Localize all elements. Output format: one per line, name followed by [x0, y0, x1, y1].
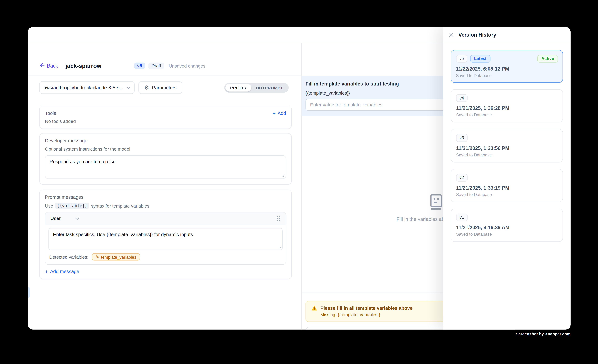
chevron-down-icon[interactable]	[75, 217, 80, 220]
version-storage: Saved to Database	[456, 232, 557, 237]
app-window: Back jack-sparrow v5 Draft Unsaved chang…	[28, 27, 571, 330]
plus-icon: +	[273, 111, 276, 116]
active-badge: Active	[538, 55, 558, 63]
variable-syntax-chip: {{variable}}	[55, 203, 89, 209]
version-number-badge: v4	[456, 94, 467, 102]
use-suffix: syntax for template variables	[91, 203, 149, 208]
detected-variable-chip[interactable]: ✎ template_variables	[92, 253, 140, 260]
version-storage: Saved to Database	[456, 192, 557, 197]
back-button[interactable]: Back	[39, 63, 58, 69]
prompt-message-block: User	[45, 212, 286, 265]
back-label: Back	[47, 63, 58, 69]
version-timestamp: 11/21/2025, 1:33:56 PM	[456, 145, 557, 151]
close-button[interactable]	[449, 33, 454, 37]
version-number-badge: v5	[456, 55, 467, 63]
version-card-v4[interactable]: v4 11/21/2025, 1:36:28 PM Saved to Datab…	[451, 89, 563, 123]
prompt-messages-subtitle: Use {{variable}} syntax for template var…	[45, 203, 286, 209]
back-arrow-icon	[39, 63, 45, 69]
warning-title: Please fill in all template variables ab…	[320, 305, 413, 311]
version-number-badge: v2	[456, 174, 467, 182]
tools-title: Tools	[45, 111, 56, 116]
version-storage: Saved to Database	[456, 152, 557, 157]
version-timestamp: 11/21/2025, 9:16:39 AM	[456, 225, 557, 230]
watermark-text: Screenshot by Xnapper.com	[516, 331, 571, 336]
version-list: v5 Latest Active 11/22/2025, 6:08:12 PM …	[443, 43, 571, 248]
message-textarea[interactable]: Enter task specifics. Use {{template_var…	[48, 228, 282, 250]
screenshot-stage: Back jack-sparrow v5 Draft Unsaved chang…	[0, 0, 598, 364]
version-storage: Saved to Database	[456, 113, 557, 117]
close-icon	[449, 33, 454, 37]
add-message-label: Add message	[50, 269, 79, 274]
version-card-v5[interactable]: v5 Latest Active 11/22/2025, 6:08:12 PM …	[451, 50, 563, 83]
editor-header: Back jack-sparrow v5 Draft Unsaved chang…	[28, 43, 301, 76]
version-history-title: Version History	[458, 32, 496, 38]
add-tool-label: Add	[278, 111, 286, 116]
tools-empty-text: No tools added	[45, 119, 286, 124]
parameters-button[interactable]: ⚙ Parameters	[139, 81, 183, 94]
developer-message-textarea[interactable]: Respond as you are tom cruise	[45, 155, 286, 179]
toggle-dotprompt[interactable]: DOTPROMPT	[251, 84, 288, 91]
version-history-header: Version History	[443, 27, 571, 43]
draft-badge: Draft	[149, 63, 164, 69]
chevron-down-icon	[127, 85, 131, 90]
bot-face-icon	[430, 194, 442, 210]
drag-handle-icon[interactable]	[276, 215, 281, 222]
message-role-row: User	[45, 212, 286, 225]
developer-message-subtitle: Optional system instructions for the mod…	[45, 147, 286, 152]
editor-body: aws/anthropic/bedrock-claude-3-5-s... ⚙ …	[28, 76, 301, 279]
version-storage: Saved to Database	[456, 73, 558, 78]
version-card-v1[interactable]: v1 11/21/2025, 9:16:39 AM Saved to Datab…	[451, 208, 563, 242]
model-select[interactable]: aws/anthropic/bedrock-claude-3-5-s...	[39, 81, 135, 94]
add-tool-button[interactable]: + Add	[273, 111, 286, 116]
version-timestamp: 11/21/2025, 1:36:28 PM	[456, 106, 557, 111]
page-title: jack-sparrow	[66, 63, 101, 69]
add-message-button[interactable]: + Add message	[45, 269, 286, 274]
developer-message-card: Developer message Optional system instru…	[39, 133, 292, 185]
warning-icon	[311, 305, 317, 311]
plus-icon: +	[45, 269, 48, 274]
toggle-pretty[interactable]: PRETTY	[226, 84, 251, 91]
model-toolbar: aws/anthropic/bedrock-claude-3-5-s... ⚙ …	[39, 81, 292, 94]
prompt-editor-pane: Back jack-sparrow v5 Draft Unsaved chang…	[28, 43, 302, 330]
view-mode-toggle: PRETTY DOTPROMPT	[224, 83, 289, 92]
version-number-badge: v1	[456, 214, 467, 221]
version-card-v2[interactable]: v2 11/21/2025, 1:33:19 PM Saved to Datab…	[451, 169, 563, 202]
version-number-badge: v3	[456, 134, 467, 142]
gear-icon: ⚙	[144, 85, 149, 90]
parameters-label: Parameters	[152, 85, 176, 90]
tools-card: Tools + Add No tools added	[39, 106, 292, 129]
version-timestamp: 11/21/2025, 1:33:19 PM	[456, 185, 557, 190]
detected-variables-row: Detected variables: ✎ template_variables	[45, 250, 286, 264]
detected-variables-label: Detected variables:	[49, 254, 88, 259]
detected-variable-name: template_variables	[101, 255, 136, 259]
prompt-messages-card: Prompt messages Use {{variable}} syntax …	[39, 190, 292, 279]
version-timestamp: 11/22/2025, 6:08:12 PM	[456, 66, 558, 72]
role-select[interactable]: User	[50, 216, 61, 221]
use-prefix: Use	[45, 203, 53, 208]
unsaved-changes-text: Unsaved changes	[169, 63, 205, 68]
latest-badge: Latest	[470, 55, 490, 63]
version-badge: v5	[134, 63, 145, 69]
version-history-panel: Version History v5 Latest Active 11/22/2…	[443, 27, 571, 330]
prompt-messages-title: Prompt messages	[45, 195, 286, 200]
pencil-icon: ✎	[96, 255, 99, 259]
version-card-v3[interactable]: v3 11/21/2025, 1:33:56 PM Saved to Datab…	[451, 129, 563, 162]
edge-tab	[28, 287, 30, 298]
model-select-value: aws/anthropic/bedrock-claude-3-5-s...	[43, 85, 123, 90]
developer-message-title: Developer message	[45, 138, 286, 143]
